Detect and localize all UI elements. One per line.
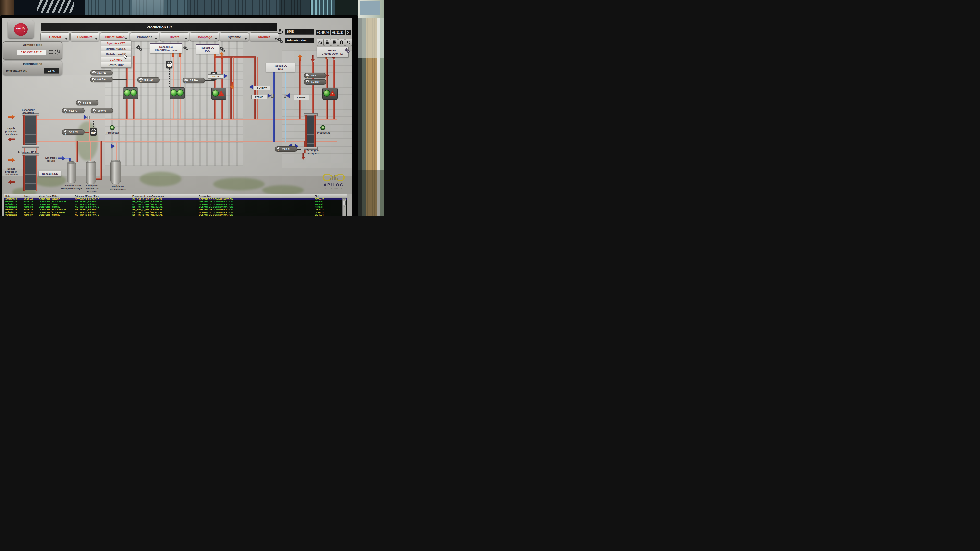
gear-pair-icon[interactable] — [277, 37, 283, 43]
alarm-row[interactable]: 08/11/202309:45:40CONFORT / STORENETWORK… — [4, 198, 347, 201]
tab-label: Divers — [170, 35, 180, 39]
valve-icon[interactable] — [286, 93, 290, 98]
tab-label: Plomberie — [137, 35, 153, 39]
gear-pair-icon[interactable] — [220, 46, 225, 52]
alarm-table-header: Date Heure Métier / sousMétier Bâtiment … — [4, 194, 347, 198]
scroll-up-icon[interactable] — [343, 199, 345, 200]
nav-reseau-ec-cta[interactable]: Réseau ECCTA/VC/Caniveaux — [150, 43, 182, 53]
alarm-row[interactable]: 08/11/202309:45:39CONFORT / STORENETWORK… — [4, 205, 347, 209]
label-hx-barriquand: Echangeurbarriquand — [299, 149, 327, 154]
alarm-scrollbar[interactable] — [342, 198, 346, 216]
gear-pair-icon[interactable] — [183, 45, 189, 51]
armoire-device-button[interactable]: AEC-CVC-SS2-01 — [17, 49, 46, 56]
backdrop-window-frame — [358, 0, 384, 18]
gear-pair-icon[interactable] — [136, 45, 142, 51]
valve-icon[interactable] — [250, 84, 253, 89]
logged-company: SPIE — [287, 30, 294, 33]
pump-group-alarm[interactable] — [211, 88, 226, 100]
print-button[interactable] — [331, 39, 338, 46]
nav-reseau-ec-plc[interactable]: Réseau ECPLC — [196, 45, 219, 54]
backdrop-chevron-reflection — [37, 0, 74, 13]
tab-systeme[interactable]: Système — [220, 32, 249, 41]
pump-group[interactable] — [123, 87, 138, 99]
close-button[interactable]: X — [346, 30, 351, 35]
percent-sensor: %54.8 % — [76, 100, 99, 105]
user-icon — [277, 28, 284, 35]
pump-ok-icon — [323, 90, 330, 97]
date-value: 08/11/23 — [332, 31, 344, 34]
clock-time: 09:45:40 — [316, 30, 330, 35]
tab-label: Général — [49, 35, 61, 39]
gear-pair-icon[interactable] — [344, 48, 350, 53]
red-drop-pipe — [100, 142, 102, 180]
alarm-row[interactable]: 08/11/202309:45:37CONFORT / STORENETWORK… — [4, 214, 347, 216]
alarm-row[interactable]: 08/11/202309:45:39CONFORT / STORENETWORK… — [4, 203, 347, 206]
report-button[interactable] — [324, 39, 331, 46]
alarm-row[interactable]: 08/11/202309:45:38CONFORT / ECLAIRAGENET… — [4, 209, 347, 211]
informations-panel: Informations Température ext. 7.1 °C — [3, 61, 62, 75]
gauge-icon: T — [64, 108, 68, 113]
valve-icon[interactable] — [224, 74, 228, 78]
valve-icon[interactable] — [267, 93, 271, 98]
nav-label: Réseau EC — [150, 45, 182, 49]
clock-icon[interactable] — [55, 49, 60, 55]
tab-plomberie[interactable]: Plomberie — [130, 32, 159, 41]
menu-item-synth-bdv[interactable]: Synth. BDV — [101, 62, 131, 68]
scroll-thumb[interactable] — [343, 201, 346, 205]
sensor-line — [205, 80, 215, 81]
tab-climatisation[interactable]: Climatisation — [100, 32, 129, 41]
armoire-title: Armoire élec — [3, 43, 62, 46]
nav-label: Réseau EG — [266, 64, 295, 67]
alarm-row[interactable]: 08/11/202309:45:37CONFORT / ECLAIRAGENET… — [4, 211, 347, 214]
heat-exchanger-frame — [23, 115, 25, 146]
col-equipement: Equipement / sousEquipement — [131, 195, 197, 197]
temp-sensor: T52.8 °C — [62, 129, 84, 135]
info-button[interactable] — [338, 39, 345, 46]
sensor-value: 0.8 Bar — [144, 78, 153, 81]
pressure-sensor: P0.0 Bar — [90, 77, 113, 82]
menu-item-distribution-eg[interactable]: Distribution EG — [101, 46, 131, 51]
tab-alarmes[interactable]: Alarmes — [250, 32, 279, 41]
backdrop-wall-shadow — [358, 170, 384, 216]
tab-comptage[interactable]: Comptage — [190, 32, 219, 41]
sensor-line — [84, 132, 89, 132]
apilog-name: APILOG — [318, 183, 349, 188]
alarm-row[interactable]: 08/11/202309:45:39CONFORT / ECLAIRAGENET… — [4, 201, 347, 203]
gauge-icon: % — [277, 147, 280, 151]
nav-reseau-eg-cta[interactable]: Réseau EGCTA — [266, 63, 295, 72]
pressostat-icon[interactable] — [110, 125, 115, 130]
menu-item-label: VEX VMC — [110, 58, 123, 61]
gauge-icon: P — [184, 78, 188, 83]
menu-item-synthese-cta[interactable]: Synthèse CTA — [101, 40, 131, 46]
user-role-field: Administrateur — [285, 38, 314, 43]
tab-general[interactable]: Général — [40, 32, 70, 41]
pressostat-icon[interactable] — [320, 125, 325, 130]
nav-label: Change Over PLC — [317, 52, 348, 56]
pump-group[interactable] — [170, 87, 185, 99]
col-heure: Heure — [22, 195, 37, 197]
valve-state-badge: OUVERT — [208, 74, 223, 79]
controller-icon[interactable] — [166, 61, 172, 68]
controller-icon[interactable] — [90, 128, 97, 135]
sensor-value: 61.8 °C — [69, 109, 78, 112]
tab-divers[interactable]: Divers — [160, 32, 189, 41]
temp-sensor: T30.3 °C — [90, 70, 113, 75]
informations-title: Informations — [3, 62, 62, 66]
globe-icon[interactable] — [49, 50, 53, 54]
back-button[interactable] — [345, 39, 352, 46]
control-dashed-line — [169, 68, 170, 86]
scroll-down-icon[interactable] — [343, 205, 345, 207]
valve-icon[interactable] — [111, 144, 115, 148]
home-button[interactable] — [317, 39, 324, 46]
pressure-sensor: P1.3 Bar — [304, 79, 326, 84]
red-drop-pipe — [116, 142, 117, 160]
valve-icon[interactable] — [84, 115, 87, 119]
label-pressure-group: Groupe demaintien depression — [82, 184, 102, 193]
pump-group-alarm[interactable] — [323, 88, 337, 100]
page-title: Production EC — [41, 22, 277, 31]
nav-reseau-changeover[interactable]: RéseauChange Over PLC — [317, 47, 348, 57]
gauge-icon: % — [78, 101, 81, 105]
nav-reseau-ecs[interactable]: Réseau ECS — [39, 171, 61, 177]
red-pipe-top-loop — [214, 56, 256, 58]
tab-electricite[interactable]: Electricité — [70, 32, 99, 41]
